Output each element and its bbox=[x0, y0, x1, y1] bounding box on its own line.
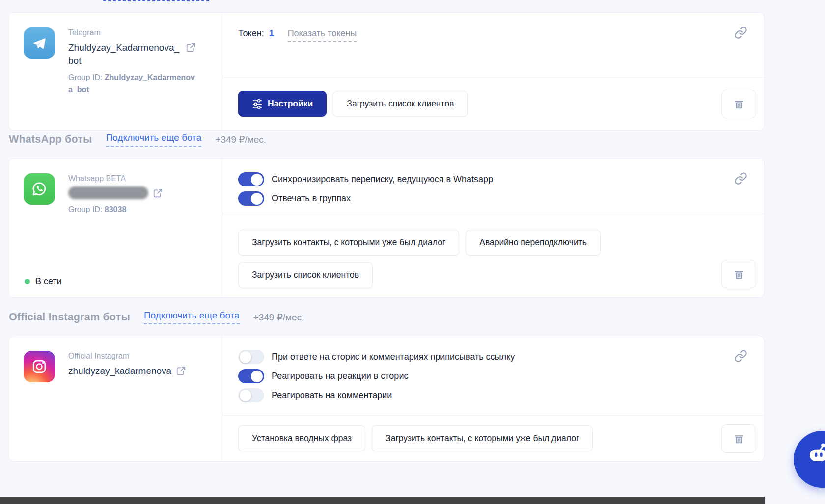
toggle-label: Синхронизировать переписку, ведущуюся в … bbox=[272, 174, 493, 185]
group-id-label: Group ID: bbox=[68, 205, 102, 213]
show-tokens-link[interactable]: Показать токены bbox=[288, 28, 357, 42]
token-count[interactable]: 1 bbox=[269, 28, 274, 39]
comments-toggle[interactable] bbox=[238, 388, 264, 402]
link-icon[interactable] bbox=[734, 172, 747, 185]
delete-bot-button[interactable] bbox=[721, 260, 756, 288]
instagram-icon bbox=[24, 351, 55, 382]
price-label: +349 ₽/мес. bbox=[253, 312, 304, 323]
connect-bot-link[interactable]: Подключить еще бота bbox=[106, 133, 202, 147]
sync-chats-toggle[interactable] bbox=[238, 172, 264, 186]
emergency-reconnect-button[interactable]: Аварийно переподключить bbox=[466, 230, 601, 256]
whatsapp-bot-summary: Whatsapp BETA Group ID: 83038 В сети bbox=[9, 159, 222, 297]
upload-clients-button[interactable]: Загрузить список клиентов bbox=[238, 262, 373, 288]
online-status-label: В сети bbox=[35, 276, 62, 287]
toggle-row-reply-groups: Отвечать в группах bbox=[238, 191, 764, 206]
settings-button-label: Настройки bbox=[268, 99, 313, 109]
toggle-label: При ответе на сторис и комментариях прип… bbox=[272, 352, 515, 362]
bots-settings-page: Telegram Zhuldyzay_Kadarmenova_bot Group… bbox=[0, 0, 825, 504]
external-link-icon[interactable] bbox=[176, 366, 186, 376]
channel-label: Whatsapp BETA bbox=[68, 174, 163, 183]
trash-icon bbox=[732, 97, 745, 110]
section-title: WhatsApp боты bbox=[9, 133, 92, 146]
telegram-bot-controls: Токен: 1 Показать токены Настройки bbox=[222, 13, 764, 130]
delete-bot-button[interactable] bbox=[721, 424, 756, 453]
section-title: Official Instagram боты bbox=[9, 311, 130, 323]
instagram-bot-controls: При ответе на сторис и комментариях прип… bbox=[222, 336, 764, 461]
reply-in-groups-toggle[interactable] bbox=[238, 191, 264, 206]
bottom-edge-bar bbox=[0, 497, 765, 504]
external-link-icon[interactable] bbox=[153, 188, 163, 198]
group-id: Group ID: 83038 bbox=[68, 203, 163, 215]
group-id-value: 83038 bbox=[105, 205, 127, 213]
redacted-phone-number bbox=[68, 186, 148, 199]
whatsapp-icon bbox=[24, 173, 55, 205]
story-reactions-toggle[interactable] bbox=[238, 369, 264, 383]
link-icon[interactable] bbox=[734, 26, 747, 39]
truncated-link-underline[interactable] bbox=[103, 0, 209, 1]
delete-bot-button[interactable] bbox=[721, 90, 756, 118]
external-link-icon[interactable] bbox=[186, 42, 196, 53]
online-status: В сети bbox=[24, 276, 212, 287]
toggle-label: Реагировать на реакции в сторис bbox=[272, 371, 408, 381]
upload-dialog-contacts-button[interactable]: Загрузить контакты, с которыми уже был д… bbox=[238, 230, 459, 256]
telegram-icon bbox=[24, 27, 55, 59]
telegram-bot-card: Telegram Zhuldyzay_Kadarmenova_bot Group… bbox=[8, 12, 765, 131]
channel-label: Telegram bbox=[68, 28, 197, 37]
whatsapp-bot-controls: Синхронизировать переписку, ведущуюся в … bbox=[222, 159, 764, 297]
telegram-bot-summary: Telegram Zhuldyzay_Kadarmenova_bot Group… bbox=[9, 13, 222, 130]
group-id-label: Group ID: bbox=[68, 73, 102, 81]
whatsapp-section-header: WhatsApp боты Подключить еще бота +349 ₽… bbox=[9, 133, 266, 147]
price-label: +349 ₽/мес. bbox=[215, 134, 266, 145]
story-reply-link-toggle[interactable] bbox=[238, 350, 264, 364]
intro-phrases-button[interactable]: Установка вводных фраз bbox=[238, 425, 365, 451]
settings-button[interactable]: Настройки bbox=[238, 91, 327, 117]
upload-dialog-contacts-button[interactable]: Загрузить контакты, с которыми уже был д… bbox=[372, 425, 593, 451]
sliders-icon bbox=[252, 99, 263, 109]
instagram-bot-card: Official Instagram zhuldyzay_kadarmenova… bbox=[8, 336, 765, 462]
instagram-bot-summary: Official Instagram zhuldyzay_kadarmenova bbox=[9, 336, 222, 461]
whatsapp-bot-card: Whatsapp BETA Group ID: 83038 В сети bbox=[8, 158, 765, 298]
robot-icon bbox=[804, 440, 825, 469]
channel-label: Official Instagram bbox=[68, 352, 186, 361]
token-label: Токен: bbox=[238, 28, 264, 39]
bot-name: zhuldyzay_kadarmenova bbox=[68, 364, 171, 377]
online-dot bbox=[25, 279, 30, 284]
instagram-section-header: Official Instagram боты Подключить еще б… bbox=[9, 310, 304, 324]
link-icon[interactable] bbox=[734, 349, 747, 363]
toggle-label: Отвечать в группах bbox=[272, 193, 351, 204]
toggle-row-story-reactions: Реагировать на реакции в сторис bbox=[238, 369, 764, 383]
upload-clients-button[interactable]: Загрузить список клиентов bbox=[333, 91, 468, 117]
trash-icon bbox=[732, 267, 745, 281]
chatbot-fab[interactable] bbox=[794, 431, 825, 488]
bot-name: Zhuldyzay_Kadarmenova_bot bbox=[68, 41, 181, 67]
toggle-row-sync-chats: Синхронизировать переписку, ведущуюся в … bbox=[238, 172, 764, 186]
toggle-row-comments: Реагировать на комментарии bbox=[238, 388, 764, 402]
connect-bot-link[interactable]: Подключить еще бота bbox=[144, 310, 240, 324]
toggle-label: Реагировать на комментарии bbox=[272, 390, 392, 400]
trash-icon bbox=[732, 432, 745, 445]
group-id: Group ID: Zhuldyzay_Kadarmenova_bot bbox=[68, 71, 197, 96]
toggle-row-story-link: При ответе на сторис и комментариях прип… bbox=[238, 350, 764, 364]
